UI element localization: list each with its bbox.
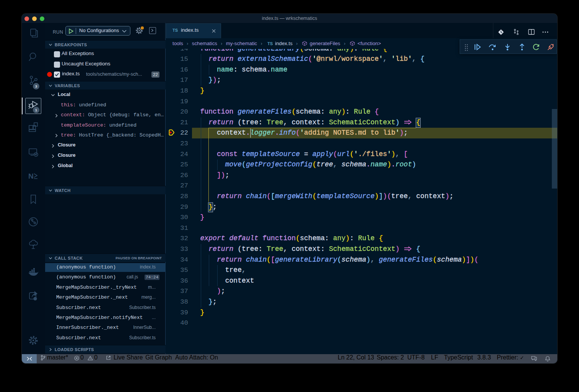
- svg-text:N: N: [28, 172, 34, 180]
